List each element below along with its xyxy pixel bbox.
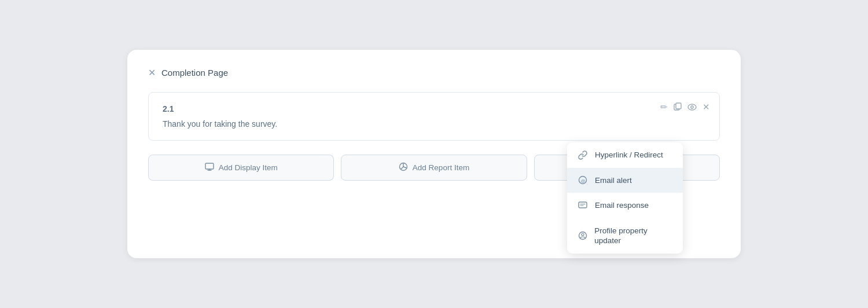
edit-icon[interactable]: ✏ xyxy=(660,102,668,112)
email-alert-icon: @ xyxy=(578,175,588,185)
dropdown-item-profile-property[interactable]: Profile property updater xyxy=(567,218,683,254)
profile-property-icon xyxy=(578,231,587,240)
dropdown-item-email-alert[interactable]: @ Email alert xyxy=(567,168,683,193)
delete-icon[interactable]: ✕ xyxy=(703,102,710,112)
item-actions: ✏ ✕ xyxy=(660,102,710,112)
add-display-label: Add Display Item xyxy=(219,163,278,172)
dropdown-item-email-response[interactable]: Email response xyxy=(567,193,683,218)
item-number: 2.1 xyxy=(163,104,705,113)
dropdown-item-hyperlink[interactable]: Hyperlink / Redirect xyxy=(567,142,683,168)
svg-point-14 xyxy=(582,233,584,236)
add-report-label: Add Report Item xyxy=(413,163,469,172)
svg-rect-4 xyxy=(205,163,214,169)
email-alert-label: Email alert xyxy=(595,175,632,186)
svg-point-2 xyxy=(688,104,696,110)
profile-property-label: Profile property updater xyxy=(594,226,672,246)
display-icon xyxy=(205,163,214,173)
close-icon[interactable]: ✕ xyxy=(148,67,156,78)
svg-rect-1 xyxy=(676,103,681,109)
copy-icon[interactable] xyxy=(674,102,682,112)
item-text: Thank you for taking the survey. xyxy=(163,119,705,129)
add-display-button[interactable]: Add Display Item xyxy=(148,155,334,181)
page-title: Completion Page xyxy=(161,68,228,78)
page-header: ✕ Completion Page xyxy=(148,67,720,78)
svg-text:@: @ xyxy=(581,178,586,184)
svg-rect-10 xyxy=(579,202,587,208)
main-card: ✕ Completion Page ⠿ 2.1 Thank you for ta… xyxy=(127,50,741,258)
survey-item-card: 2.1 Thank you for taking the survey. ✏ xyxy=(148,92,720,141)
add-report-button[interactable]: Add Report Item xyxy=(341,155,527,181)
preview-icon[interactable] xyxy=(687,102,697,112)
hyperlink-label: Hyperlink / Redirect xyxy=(595,150,663,160)
dropdown-menu: Hyperlink / Redirect @ Email alert Email… xyxy=(567,142,683,254)
email-response-icon xyxy=(578,201,588,210)
hyperlink-icon xyxy=(578,151,588,160)
svg-point-3 xyxy=(691,105,693,108)
report-icon xyxy=(399,162,408,173)
email-response-label: Email response xyxy=(595,200,649,211)
